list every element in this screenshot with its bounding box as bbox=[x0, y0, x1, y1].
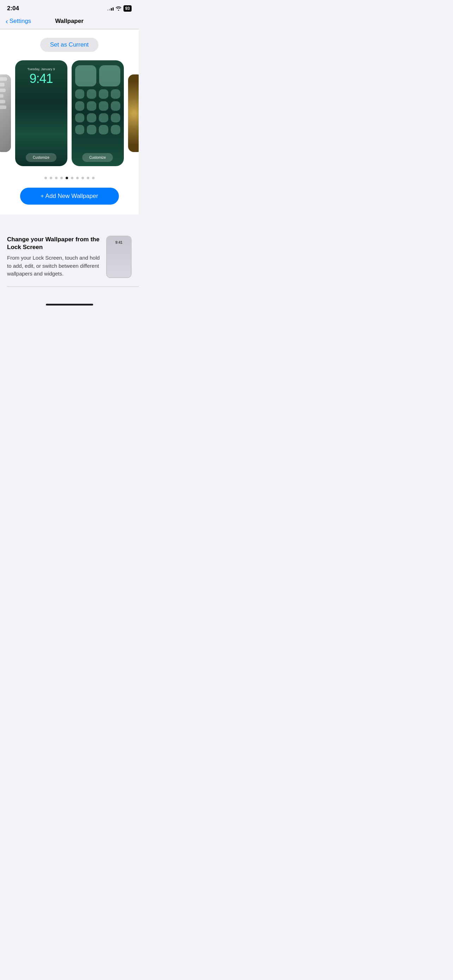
status-time: 2:04 bbox=[7, 5, 19, 12]
set-current-area: Set as Current bbox=[0, 29, 139, 57]
info-card: Change your Wallpaper from the Lock Scre… bbox=[0, 227, 139, 286]
app-icon-12 bbox=[111, 113, 120, 123]
wallpaper-preview-right-partial bbox=[128, 75, 139, 152]
main-content: Set as Current Tuesday, January 9 9:41 C… bbox=[0, 29, 139, 215]
back-label: Settings bbox=[10, 18, 31, 25]
wallpaper-carousel[interactable]: Tuesday, January 9 9:41 Customize bbox=[0, 57, 139, 173]
app-grid-top-row bbox=[75, 65, 120, 86]
home-indicator bbox=[46, 304, 93, 305]
info-description: From your Lock Screen, touch and hold to… bbox=[7, 254, 100, 278]
lock-screen-time: 9:41 bbox=[19, 72, 63, 86]
mini-phone-illustration: 9:41 bbox=[106, 235, 132, 278]
home-screen-bottom: Customize bbox=[75, 153, 120, 162]
dot-7 bbox=[76, 177, 79, 179]
home-screen-content: Customize bbox=[72, 60, 124, 166]
dot-6 bbox=[71, 177, 73, 179]
lock-screen-bottom: Customize bbox=[19, 153, 63, 162]
partial-screen-left bbox=[0, 75, 11, 152]
app-icon-large-1 bbox=[75, 65, 96, 86]
app-icon-16 bbox=[111, 125, 120, 134]
status-bar: 2:04 93 bbox=[0, 0, 139, 15]
app-icon-15 bbox=[99, 125, 108, 134]
dot-4 bbox=[60, 177, 63, 179]
chevron-left-icon: ‹ bbox=[6, 18, 8, 25]
set-as-current-button[interactable]: Set as Current bbox=[40, 38, 99, 52]
app-icon-1 bbox=[75, 89, 85, 99]
battery-indicator: 93 bbox=[124, 5, 132, 12]
app-icon-2 bbox=[87, 89, 96, 99]
app-icon-13 bbox=[75, 125, 85, 134]
dot-3 bbox=[55, 177, 57, 179]
app-icon-5 bbox=[75, 101, 85, 111]
add-new-wallpaper-button[interactable]: + Add New Wallpaper bbox=[20, 188, 119, 205]
app-icon-11 bbox=[99, 113, 108, 123]
app-icon-9 bbox=[75, 113, 85, 123]
home-screen-preview[interactable]: Customize bbox=[72, 60, 124, 166]
app-icon-8 bbox=[111, 101, 120, 111]
page-title: Wallpaper bbox=[55, 18, 84, 25]
nav-bar: ‹ Settings Wallpaper bbox=[0, 15, 139, 29]
section-divider bbox=[0, 215, 139, 227]
app-icon-14 bbox=[87, 125, 96, 134]
app-icon-4 bbox=[111, 89, 120, 99]
app-icon-7 bbox=[99, 101, 108, 111]
mini-phone-time: 9:41 bbox=[115, 240, 122, 245]
wifi-icon bbox=[116, 6, 121, 11]
status-icons: 93 bbox=[107, 5, 132, 12]
home-indicator-area bbox=[0, 287, 139, 314]
app-icon-10 bbox=[87, 113, 96, 123]
app-grid-main bbox=[75, 89, 120, 134]
app-icon-large-2 bbox=[99, 65, 120, 86]
dot-1 bbox=[45, 177, 47, 179]
lock-screen-date: Tuesday, January 9 bbox=[19, 67, 63, 71]
add-wallpaper-area: + Add New Wallpaper bbox=[0, 186, 139, 215]
back-button[interactable]: ‹ Settings bbox=[6, 18, 31, 25]
dot-8 bbox=[81, 177, 84, 179]
lock-screen-preview[interactable]: Tuesday, January 9 9:41 Customize bbox=[15, 60, 67, 166]
coin-wallpaper-partial bbox=[128, 75, 139, 152]
lock-screen-customize-button[interactable]: Customize bbox=[26, 153, 56, 162]
info-text-block: Change your Wallpaper from the Lock Scre… bbox=[7, 235, 100, 278]
wallpaper-preview-left-partial bbox=[0, 75, 11, 152]
app-icon-6 bbox=[87, 101, 96, 111]
pagination-dots bbox=[0, 173, 139, 186]
dot-10 bbox=[92, 177, 95, 179]
info-section: Change your Wallpaper from the Lock Scre… bbox=[0, 227, 139, 287]
home-screen-customize-button[interactable]: Customize bbox=[82, 153, 113, 162]
lock-screen-content: Tuesday, January 9 9:41 Customize bbox=[15, 60, 67, 166]
dot-2 bbox=[50, 177, 52, 179]
dot-9 bbox=[87, 177, 89, 179]
dot-5-active bbox=[66, 177, 68, 179]
info-title: Change your Wallpaper from the Lock Scre… bbox=[7, 235, 100, 251]
app-icon-3 bbox=[99, 89, 108, 99]
signal-icon bbox=[107, 6, 114, 11]
